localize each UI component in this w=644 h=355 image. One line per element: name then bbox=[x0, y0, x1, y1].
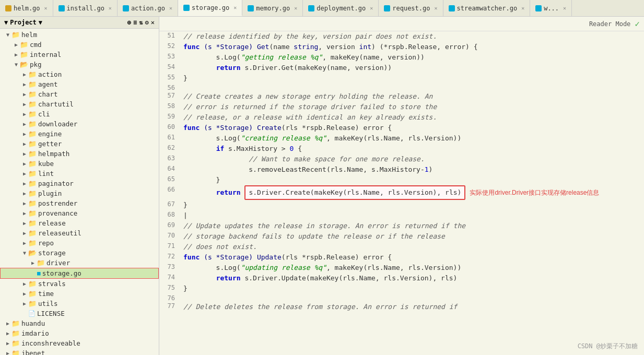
folder-releaseutil[interactable]: ▶ 📁 releaseutil bbox=[0, 228, 159, 238]
code-line-72: 72 func (s *Storage) Update(rls *rspb.Re… bbox=[159, 252, 644, 263]
folder-inconshreveable[interactable]: ▶ 📁 inconshreveable bbox=[0, 338, 159, 348]
code-line-54: 54 return s.Driver.Get(makeKey(name, ver… bbox=[159, 63, 644, 73]
folder-getter[interactable]: ▶ 📁 getter bbox=[0, 139, 159, 149]
reader-mode-button[interactable]: Reader Mode bbox=[589, 20, 630, 28]
folder-utils[interactable]: ▶ 📁 utils bbox=[0, 299, 159, 309]
label-storage: storage bbox=[38, 249, 66, 257]
folder-repo[interactable]: ▶ 📁 repo bbox=[0, 238, 159, 248]
tab-icon-streamwatcher bbox=[449, 5, 455, 11]
arrow-repo: ▶ bbox=[21, 240, 28, 246]
folder-provenance[interactable]: ▶ 📁 provenance bbox=[0, 208, 159, 218]
folder-paginator[interactable]: ▶ 📁 paginator bbox=[0, 179, 159, 188]
arrow-driver: ▶ bbox=[29, 260, 37, 266]
folder-engine[interactable]: ▶ 📁 engine bbox=[0, 129, 159, 139]
folder-icon-jbenet: 📁 bbox=[11, 349, 20, 355]
label-imdario: imdario bbox=[21, 329, 49, 337]
arrow-plugin: ▶ bbox=[21, 191, 28, 196]
list-icon[interactable]: ≡ bbox=[133, 19, 137, 26]
tab-request-go[interactable]: request.go ✕ bbox=[379, 0, 443, 16]
folder-icon-pkg: 📂 bbox=[20, 61, 28, 68]
folder-driver[interactable]: ▶ 📁 driver bbox=[0, 258, 159, 268]
code-content[interactable]: 51 // release identified by the key, ver… bbox=[159, 31, 644, 355]
file-storage-go[interactable]: ■ storage.go bbox=[0, 268, 159, 279]
folder-pkg[interactable]: ▼ 📂 pkg bbox=[0, 60, 159, 69]
arrow-jbenet: ▶ bbox=[4, 350, 11, 355]
settings-icon[interactable]: ⚙ bbox=[145, 19, 149, 26]
label-releaseutil: releaseutil bbox=[38, 229, 81, 237]
tab-w[interactable]: w... ✕ bbox=[530, 0, 572, 16]
tab-close-request[interactable]: ✕ bbox=[435, 5, 438, 11]
tab-label-memory: memory.go bbox=[256, 5, 290, 12]
folder-kube[interactable]: ▶ 📁 kube bbox=[0, 159, 159, 169]
arrow-utils: ▶ bbox=[21, 301, 28, 306]
folder-haandu[interactable]: ▶ 📁 huandu bbox=[0, 318, 159, 328]
folder-icon-utils: 📁 bbox=[28, 300, 37, 307]
arrow-cmd: ▶ bbox=[13, 42, 20, 48]
folder-internal[interactable]: ▶ 📁 internal bbox=[0, 50, 159, 60]
folder-imdario[interactable]: ▶ 📁 imdario bbox=[0, 328, 159, 338]
folder-postrender[interactable]: ▶ 📁 postrender bbox=[0, 198, 159, 208]
label-kube: kube bbox=[38, 160, 54, 168]
folder-release[interactable]: ▶ 📁 release bbox=[0, 218, 159, 228]
folder-jbenet[interactable]: ▶ 📁 jbenet bbox=[0, 348, 159, 355]
folder-storage[interactable]: ▼ 📂 storage bbox=[0, 248, 159, 258]
tab-close-storage[interactable]: ✕ bbox=[233, 5, 237, 10]
line-content-70: // storage backend fails to update the r… bbox=[181, 231, 644, 242]
tab-helm-go[interactable]: helm.go ✕ bbox=[0, 0, 53, 16]
line-num-52: 52 bbox=[159, 42, 181, 52]
folder-agent[interactable]: ▶ 📁 agent bbox=[0, 79, 159, 89]
tab-close-memory[interactable]: ✕ bbox=[294, 5, 297, 11]
folder-strvals[interactable]: ▶ 📁 strvals bbox=[0, 279, 159, 289]
tab-action-go[interactable]: action.go ✕ bbox=[118, 0, 178, 16]
arrow-provenance: ▶ bbox=[21, 210, 28, 216]
folder-helm[interactable]: ▼ 📁 helm bbox=[0, 30, 159, 40]
line-num-75: 75 bbox=[159, 283, 181, 294]
line-num-76: 76 bbox=[159, 294, 181, 302]
folder-icon-inconshreveable: 📁 bbox=[11, 339, 20, 347]
sidebar-title: ▼ bbox=[4, 19, 8, 26]
line-num-60: 60 bbox=[159, 123, 181, 133]
arrow-internal: ▶ bbox=[13, 52, 20, 57]
code-line-59: 59 // release, or a release with identic… bbox=[159, 112, 644, 123]
code-line-64: 64 s.removeLeastRecent(rls.Name, s.MaxHi… bbox=[159, 164, 644, 175]
folder-lint[interactable]: ▶ 📁 lint bbox=[0, 169, 159, 179]
code-line-51: 51 // release identified by the key, ver… bbox=[159, 31, 644, 42]
tab-install-go[interactable]: install.go ✕ bbox=[53, 0, 118, 16]
line-content-73: s.Log("updating release %q", makeKey(rls… bbox=[181, 263, 644, 273]
tab-close-helm[interactable]: ✕ bbox=[44, 5, 48, 11]
tab-close-w[interactable]: ✕ bbox=[563, 5, 566, 11]
code-line-74: 74 return s.Driver.Update(makeKey(rls.Na… bbox=[159, 273, 644, 283]
label-getter: getter bbox=[38, 140, 62, 148]
folder-chart[interactable]: ▶ 📁 chart bbox=[0, 89, 159, 99]
tab-icon-request bbox=[384, 5, 390, 11]
tab-memory-go[interactable]: memory.go ✕ bbox=[242, 0, 303, 16]
folder-downloader[interactable]: ▶ 📁 downloader bbox=[0, 119, 159, 129]
tab-streamwatcher-go[interactable]: streamwatcher.go ✕ bbox=[443, 0, 531, 16]
folder-cmd[interactable]: ▶ 📁 cmd bbox=[0, 40, 159, 50]
tab-close-install[interactable]: ✕ bbox=[109, 5, 112, 11]
add-icon[interactable]: ⊕ bbox=[127, 19, 131, 26]
arrow-inconshreveable: ▶ bbox=[4, 340, 11, 346]
tab-close-action[interactable]: ✕ bbox=[169, 5, 172, 11]
folder-helmpath[interactable]: ▶ 📁 helmpath bbox=[0, 149, 159, 159]
tab-close-deployment[interactable]: ✕ bbox=[370, 5, 373, 11]
folder-icon-paginator: 📁 bbox=[28, 180, 37, 187]
tab-storage-go[interactable]: storage.go ✕ bbox=[178, 0, 242, 16]
folder-icon-lint: 📁 bbox=[28, 170, 37, 178]
file-license[interactable]: 📄 LICENSE bbox=[0, 309, 159, 318]
tab-deployment-go[interactable]: deployment.go ✕ bbox=[303, 0, 379, 16]
code-line-69: 69 // Update updates the release in stor… bbox=[159, 221, 644, 231]
folder-icon-postrender: 📁 bbox=[28, 199, 37, 207]
folder-cli[interactable]: ▶ 📁 cli bbox=[0, 109, 159, 119]
close-panel-icon[interactable]: ✕ bbox=[151, 19, 155, 26]
tab-close-streamwatcher[interactable]: ✕ bbox=[521, 5, 524, 11]
folder-plugin[interactable]: ▶ 📁 plugin bbox=[0, 188, 159, 198]
folder-chartutil[interactable]: ▶ 📁 chartutil bbox=[0, 99, 159, 109]
sort-icon[interactable]: ⇅ bbox=[139, 19, 143, 26]
code-line-77: 77 // Delete deletes the release from st… bbox=[159, 302, 644, 312]
folder-action[interactable]: ▶ 📁 action bbox=[0, 69, 159, 79]
main-area: ▼ Project ▼ ⊕ ≡ ⇅ ⚙ ✕ ▼ 📁 helm ▶ bbox=[0, 17, 644, 355]
sidebar-dropdown-icon[interactable]: ▼ bbox=[39, 19, 42, 26]
label-pkg: pkg bbox=[30, 61, 42, 68]
folder-time[interactable]: ▶ 📁 time bbox=[0, 289, 159, 299]
